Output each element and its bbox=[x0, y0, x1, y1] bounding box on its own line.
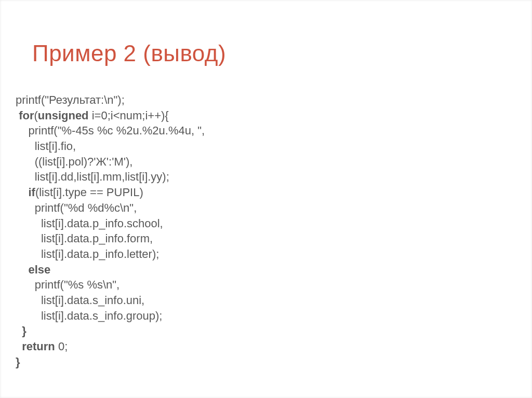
brace-close-2: } bbox=[16, 355, 20, 368]
code-line-10: list[i].data.p_info.form, bbox=[16, 232, 153, 245]
code-block: printf("Результат:\n"); for(unsigned i=0… bbox=[16, 92, 205, 369]
code-line-15: list[i].data.s_info.group); bbox=[16, 309, 162, 322]
keyword-unsigned: unsigned bbox=[38, 109, 89, 122]
keyword-if: if bbox=[28, 186, 35, 199]
code-line-5: ((list[i].pol)?'Ж':'М'), bbox=[16, 155, 132, 168]
code-line-8: printf("%d %d%c\n", bbox=[16, 201, 137, 214]
code-line-13: printf("%s %s\n", bbox=[16, 278, 119, 291]
keyword-for: for bbox=[19, 109, 34, 122]
slide: Пример 2 (вывод) printf("Результат:\n");… bbox=[0, 0, 532, 398]
code-line-12-a bbox=[16, 263, 28, 276]
code-line-7-c: (list[i].type == PUPIL) bbox=[35, 186, 143, 199]
code-line-9: list[i].data.p_info.school, bbox=[16, 217, 163, 230]
code-line-17-c: 0; bbox=[55, 340, 68, 353]
code-line-2-e: i=0;i<num;i++){ bbox=[89, 109, 169, 122]
code-line-4: list[i].fio, bbox=[16, 140, 76, 153]
code-line-3: printf("%-45s %c %2u.%2u.%4u, ", bbox=[16, 124, 205, 137]
code-line-14: list[i].data.s_info.uni, bbox=[16, 294, 144, 307]
code-line-16-a bbox=[16, 324, 22, 337]
brace-close-1: } bbox=[22, 324, 26, 337]
keyword-return: return bbox=[22, 340, 55, 353]
code-line-11: list[i].data.p_info.letter); bbox=[16, 248, 159, 260]
keyword-else: else bbox=[28, 263, 50, 276]
code-line-17-a bbox=[16, 340, 22, 353]
code-line-2-c: ( bbox=[34, 109, 37, 122]
code-line-1: printf("Результат:\n"); bbox=[16, 93, 125, 106]
code-line-7-a bbox=[16, 186, 28, 199]
slide-title: Пример 2 (вывод) bbox=[32, 40, 226, 66]
code-line-6: list[i].dd,list[i].mm,list[i].yy); bbox=[16, 170, 169, 183]
